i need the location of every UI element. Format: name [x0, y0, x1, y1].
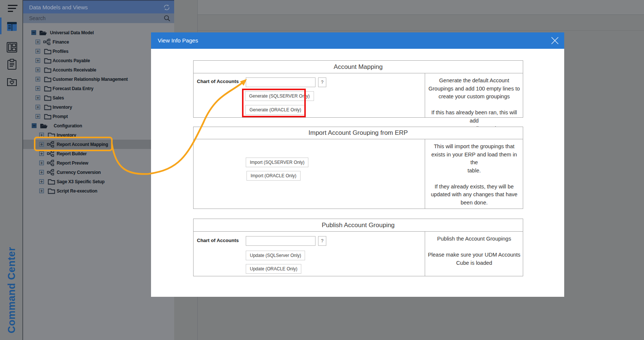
main-toolbar [197, 0, 644, 15]
node-icon [47, 160, 55, 166]
sidebar-header: Data Models and Views [23, 0, 174, 13]
expand-toggle[interactable]: + [39, 151, 44, 156]
collapse-toggle[interactable]: − [32, 123, 37, 128]
tree-item-label: Profiles [53, 49, 68, 54]
tree-item-label: Script Re-execution [57, 188, 97, 194]
section-account-mapping: Account Mapping Chart of Accounts ? Gene… [193, 60, 523, 118]
tree-item-label: Accounts Payable [53, 58, 90, 63]
command-center-brand: Command Center [6, 247, 18, 333]
expand-toggle[interactable]: + [39, 188, 44, 193]
refresh-icon[interactable] [163, 3, 171, 12]
folder-icon [44, 76, 51, 82]
chart-of-accounts-label: Chart of Accounts [197, 238, 239, 243]
close-icon[interactable] [550, 36, 560, 45]
section-title: Publish Account Grouping [194, 219, 523, 232]
section-import-account-grouping: Import Account Grouping from ERP Import … [193, 127, 523, 209]
chart-of-accounts-input[interactable] [246, 236, 315, 246]
expand-toggle[interactable]: + [35, 58, 40, 63]
help-button[interactable]: ? [318, 236, 326, 246]
expand-toggle[interactable]: + [39, 161, 44, 165]
tree-item-label: Configuration [54, 123, 82, 128]
search-icon[interactable] [163, 15, 171, 22]
update-sqlserver-button[interactable]: Update (SQLServer Only) [246, 251, 305, 260]
tree-item-label: Universal Data Model [50, 30, 94, 35]
expand-toggle[interactable]: + [39, 179, 44, 184]
section-title: Import Account Grouping from ERP [194, 127, 523, 139]
folder-open-icon [40, 123, 48, 129]
node-icon [47, 169, 55, 175]
folder-icon [44, 95, 51, 101]
expand-toggle[interactable]: + [35, 77, 40, 82]
expand-toggle[interactable]: + [35, 105, 40, 109]
folder-icon [48, 188, 55, 194]
chart-of-accounts-label: Chart of Accounts [197, 79, 239, 84]
expand-toggle[interactable]: + [35, 95, 40, 100]
node-icon [47, 150, 55, 157]
expand-toggle[interactable]: + [35, 114, 40, 119]
dashboard-layout-icon[interactable] [6, 42, 18, 53]
tree-item-label: Currency Conversion [57, 170, 101, 175]
collapse-toggle[interactable]: − [31, 30, 36, 35]
section-description: Publish the Account Groupings Please mak… [425, 232, 523, 276]
tree-item-label: Report Account Mapping [57, 142, 108, 147]
favorites-folder-icon[interactable] [6, 76, 18, 87]
hamburger-menu-icon[interactable] [8, 5, 18, 12]
import-sqlserver-button[interactable]: Import (SQLSERVER Only) [246, 158, 308, 167]
sidebar-title: Data Models and Views [29, 4, 88, 10]
folder-icon [44, 48, 51, 54]
search-input[interactable] [29, 15, 156, 22]
section-title: Account Mapping [194, 61, 523, 73]
tree-item-label: Customer Relationship Management [53, 77, 128, 82]
tree-item-label: Sage X3 Specific Setup [57, 179, 104, 184]
tree-item-label: Sales [53, 95, 64, 101]
tree-item-label: Report Builder [57, 151, 87, 156]
folder-icon [44, 85, 51, 92]
folder-icon [48, 132, 55, 138]
tree-item-label: Accounts Receivable [53, 67, 96, 73]
clipboard-icon[interactable] [6, 59, 18, 70]
expand-toggle[interactable]: + [35, 67, 40, 72]
tree-item-label: Finance [53, 39, 69, 45]
tree-item-label: Forecast Data Entry [53, 86, 94, 91]
generate-oracle-button[interactable]: Generate (ORACLE Only) [245, 105, 305, 115]
tree-item-label: Inventory [53, 105, 72, 110]
data-models-panel-icon[interactable] [6, 21, 18, 32]
expand-toggle[interactable]: + [39, 142, 44, 147]
section-description: This will import the groupings that exis… [425, 139, 523, 209]
folder-icon [44, 113, 51, 120]
help-button[interactable]: ? [318, 77, 326, 87]
folder-open-icon [39, 29, 47, 36]
import-oracle-button[interactable]: Import (ORACLE Only) [246, 171, 301, 181]
modal-title: View Info Pages [158, 37, 198, 44]
folder-icon [44, 57, 51, 64]
expand-toggle[interactable]: + [39, 133, 44, 137]
modal-header: View Info Pages [151, 32, 564, 49]
folder-icon [48, 178, 55, 185]
generate-sqlserver-button[interactable]: Generate (SQLSERVER Only) [245, 91, 314, 101]
search-bar [23, 13, 174, 23]
app-icon-strip: Command Center [0, 0, 23, 340]
folder-icon [44, 67, 51, 73]
toolbar-divider [197, 30, 644, 31]
update-oracle-button[interactable]: Update (ORACLE Only) [246, 264, 301, 274]
chart-of-accounts-input[interactable] [246, 77, 315, 87]
expand-toggle[interactable]: + [35, 86, 40, 91]
node-icon [47, 141, 55, 147]
expand-toggle[interactable]: + [35, 39, 40, 44]
tree-item-label: Report Preview [57, 161, 88, 166]
tree-item-label: Prompt [53, 114, 68, 119]
expand-toggle[interactable]: + [39, 170, 44, 175]
folder-icon [44, 104, 51, 110]
node-icon [43, 39, 51, 45]
section-publish-account-grouping: Publish Account Grouping Chart of Accoun… [193, 219, 523, 276]
active-module-indicator [0, 18, 1, 34]
section-description: Generate the default Account Groupings a… [425, 73, 523, 118]
expand-toggle[interactable]: + [35, 49, 40, 54]
tree-item-label: Inventory [57, 133, 76, 138]
view-info-pages-modal: View Info Pages Account Mapping Chart of… [151, 32, 564, 297]
